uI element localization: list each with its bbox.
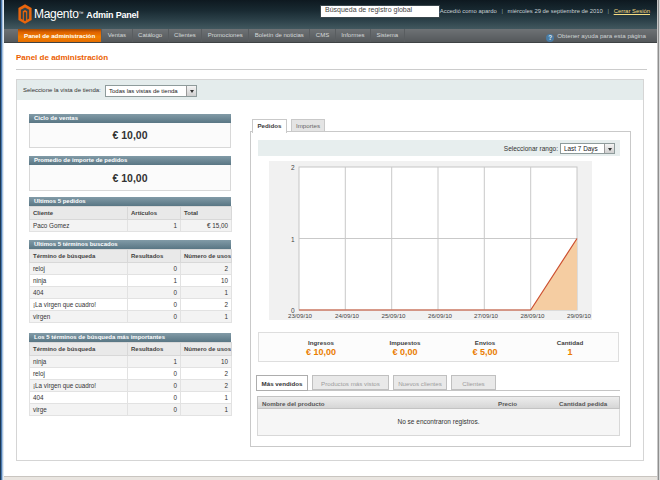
svg-text:27/09/10: 27/09/10 <box>474 312 499 319</box>
svg-text:1: 1 <box>291 236 295 243</box>
svg-text:28/09/10: 28/09/10 <box>520 312 545 319</box>
svg-text:29/09/10: 29/09/10 <box>567 312 592 319</box>
svg-text:26/09/10: 26/09/10 <box>428 312 453 319</box>
svg-text:25/09/10: 25/09/10 <box>381 312 406 319</box>
svg-text:23/09/10: 23/09/10 <box>288 312 313 319</box>
svg-text:24/09/10: 24/09/10 <box>335 312 360 319</box>
svg-text:2: 2 <box>291 164 295 171</box>
